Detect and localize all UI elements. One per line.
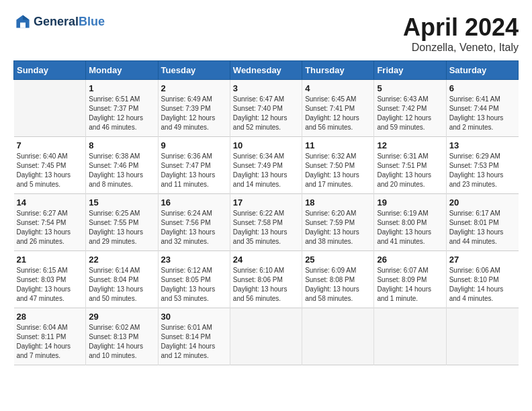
day-info: Sunrise: 6:51 AM Sunset: 7:37 PM Dayligh… (89, 95, 154, 132)
weekday-header-monday: Monday (86, 61, 158, 80)
week-row-4: 21Sunrise: 6:15 AM Sunset: 8:03 PM Dayli… (14, 251, 519, 308)
day-number: 2 (161, 83, 227, 93)
day-info: Sunrise: 6:07 AM Sunset: 8:09 PM Dayligh… (377, 266, 443, 304)
calendar-cell: 20Sunrise: 6:17 AM Sunset: 8:01 PM Dayli… (446, 194, 518, 251)
day-number: 28 (17, 312, 83, 322)
calendar-cell: 29Sunrise: 6:02 AM Sunset: 8:13 PM Dayli… (86, 308, 158, 365)
weekday-header-row: SundayMondayTuesdayWednesdayThursdayFrid… (14, 61, 519, 80)
day-info: Sunrise: 6:06 AM Sunset: 8:10 PM Dayligh… (449, 266, 516, 304)
weekday-header-saturday: Saturday (446, 61, 518, 80)
calendar-cell: 10Sunrise: 6:34 AM Sunset: 7:49 PM Dayli… (230, 137, 302, 194)
day-info: Sunrise: 6:22 AM Sunset: 7:58 PM Dayligh… (233, 209, 299, 246)
month-title: April 2024 (403, 13, 519, 42)
logo: GeneralBlue (13, 13, 105, 30)
day-number: 27 (449, 255, 516, 265)
day-number: 8 (89, 140, 154, 150)
svg-marker-1 (23, 15, 30, 19)
day-info: Sunrise: 6:43 AM Sunset: 7:42 PM Dayligh… (377, 95, 443, 132)
calendar-cell: 15Sunrise: 6:25 AM Sunset: 7:55 PM Dayli… (86, 194, 158, 251)
day-info: Sunrise: 6:25 AM Sunset: 7:55 PM Dayligh… (89, 209, 154, 246)
day-number: 30 (161, 312, 227, 322)
day-info: Sunrise: 6:31 AM Sunset: 7:51 PM Dayligh… (377, 152, 443, 189)
day-info: Sunrise: 6:17 AM Sunset: 8:01 PM Dayligh… (449, 209, 516, 246)
calendar-cell: 14Sunrise: 6:27 AM Sunset: 7:54 PM Dayli… (14, 194, 86, 251)
weekday-header-wednesday: Wednesday (230, 61, 302, 80)
day-number: 23 (161, 255, 227, 265)
calendar-cell: 26Sunrise: 6:07 AM Sunset: 8:09 PM Dayli… (374, 251, 446, 308)
logo-text-general: General (34, 15, 79, 28)
day-info: Sunrise: 6:02 AM Sunset: 8:13 PM Dayligh… (89, 323, 154, 361)
weekday-header-sunday: Sunday (14, 61, 86, 80)
calendar-cell: 23Sunrise: 6:12 AM Sunset: 8:05 PM Dayli… (158, 251, 230, 308)
day-number: 14 (17, 197, 83, 208)
calendar-cell: 22Sunrise: 6:14 AM Sunset: 8:04 PM Dayli… (86, 251, 158, 308)
calendar-cell: 30Sunrise: 6:01 AM Sunset: 8:14 PM Dayli… (158, 308, 230, 365)
day-info: Sunrise: 6:29 AM Sunset: 7:53 PM Dayligh… (449, 152, 516, 189)
calendar-cell (302, 308, 374, 365)
day-number: 1 (89, 83, 154, 93)
week-row-2: 7Sunrise: 6:40 AM Sunset: 7:45 PM Daylig… (14, 137, 519, 194)
calendar-table: SundayMondayTuesdayWednesdayThursdayFrid… (13, 60, 519, 365)
day-number: 25 (305, 255, 371, 265)
day-info: Sunrise: 6:14 AM Sunset: 8:04 PM Dayligh… (89, 266, 154, 304)
weekday-header-thursday: Thursday (302, 61, 374, 80)
day-info: Sunrise: 6:24 AM Sunset: 7:56 PM Dayligh… (161, 209, 227, 246)
calendar-cell: 25Sunrise: 6:09 AM Sunset: 8:08 PM Dayli… (302, 251, 374, 308)
calendar-cell: 5Sunrise: 6:43 AM Sunset: 7:42 PM Daylig… (374, 80, 446, 137)
calendar-cell (14, 80, 86, 137)
calendar-cell (446, 308, 518, 365)
day-info: Sunrise: 6:45 AM Sunset: 7:41 PM Dayligh… (305, 95, 371, 132)
day-info: Sunrise: 6:09 AM Sunset: 8:08 PM Dayligh… (305, 266, 371, 304)
svg-rect-2 (20, 23, 26, 28)
calendar-cell: 9Sunrise: 6:36 AM Sunset: 7:47 PM Daylig… (158, 137, 230, 194)
calendar-cell: 28Sunrise: 6:04 AM Sunset: 8:11 PM Dayli… (14, 308, 86, 365)
location-title: Donzella, Veneto, Italy (403, 42, 519, 54)
title-area: April 2024 Donzella, Veneto, Italy (403, 13, 519, 54)
weekday-header-tuesday: Tuesday (158, 61, 230, 80)
day-number: 5 (377, 83, 443, 93)
calendar-cell: 12Sunrise: 6:31 AM Sunset: 7:51 PM Dayli… (374, 137, 446, 194)
weekday-header-friday: Friday (374, 61, 446, 80)
day-number: 21 (17, 255, 83, 265)
day-number: 9 (161, 140, 227, 150)
day-info: Sunrise: 6:10 AM Sunset: 8:06 PM Dayligh… (233, 266, 299, 304)
calendar-cell: 21Sunrise: 6:15 AM Sunset: 8:03 PM Dayli… (14, 251, 86, 308)
day-info: Sunrise: 6:32 AM Sunset: 7:50 PM Dayligh… (305, 152, 371, 189)
calendar-cell: 24Sunrise: 6:10 AM Sunset: 8:06 PM Dayli… (230, 251, 302, 308)
calendar-cell: 27Sunrise: 6:06 AM Sunset: 8:10 PM Dayli… (446, 251, 518, 308)
logo-icon (15, 13, 31, 30)
day-info: Sunrise: 6:19 AM Sunset: 8:00 PM Dayligh… (377, 209, 443, 246)
day-info: Sunrise: 6:36 AM Sunset: 7:47 PM Dayligh… (161, 152, 227, 189)
day-number: 20 (449, 197, 516, 208)
day-info: Sunrise: 6:34 AM Sunset: 7:49 PM Dayligh… (233, 152, 299, 189)
day-number: 17 (233, 197, 299, 208)
calendar-cell: 18Sunrise: 6:20 AM Sunset: 7:59 PM Dayli… (302, 194, 374, 251)
day-number: 10 (233, 140, 299, 150)
calendar-cell: 3Sunrise: 6:47 AM Sunset: 7:40 PM Daylig… (230, 80, 302, 137)
calendar-cell: 1Sunrise: 6:51 AM Sunset: 7:37 PM Daylig… (86, 80, 158, 137)
calendar-header: SundayMondayTuesdayWednesdayThursdayFrid… (14, 61, 519, 80)
calendar-cell: 2Sunrise: 6:49 AM Sunset: 7:39 PM Daylig… (158, 80, 230, 137)
day-number: 11 (305, 140, 371, 150)
day-info: Sunrise: 6:40 AM Sunset: 7:45 PM Dayligh… (17, 152, 83, 189)
calendar-cell: 13Sunrise: 6:29 AM Sunset: 7:53 PM Dayli… (446, 137, 518, 194)
day-info: Sunrise: 6:49 AM Sunset: 7:39 PM Dayligh… (161, 95, 227, 132)
calendar-cell (230, 308, 302, 365)
calendar-cell: 11Sunrise: 6:32 AM Sunset: 7:50 PM Dayli… (302, 137, 374, 194)
calendar-cell: 19Sunrise: 6:19 AM Sunset: 8:00 PM Dayli… (374, 194, 446, 251)
day-info: Sunrise: 6:15 AM Sunset: 8:03 PM Dayligh… (17, 266, 83, 304)
day-number: 26 (377, 255, 443, 265)
day-number: 29 (89, 312, 154, 322)
calendar-cell (374, 308, 446, 365)
day-number: 4 (305, 83, 371, 93)
day-number: 7 (17, 140, 83, 150)
day-info: Sunrise: 6:20 AM Sunset: 7:59 PM Dayligh… (305, 209, 371, 246)
day-info: Sunrise: 6:41 AM Sunset: 7:44 PM Dayligh… (449, 95, 516, 132)
day-number: 18 (305, 197, 371, 208)
day-info: Sunrise: 6:27 AM Sunset: 7:54 PM Dayligh… (17, 209, 83, 246)
day-number: 3 (233, 83, 299, 93)
day-number: 22 (89, 255, 154, 265)
week-row-3: 14Sunrise: 6:27 AM Sunset: 7:54 PM Dayli… (14, 194, 519, 251)
calendar-cell: 6Sunrise: 6:41 AM Sunset: 7:44 PM Daylig… (446, 80, 518, 137)
day-info: Sunrise: 6:04 AM Sunset: 8:11 PM Dayligh… (17, 323, 83, 361)
